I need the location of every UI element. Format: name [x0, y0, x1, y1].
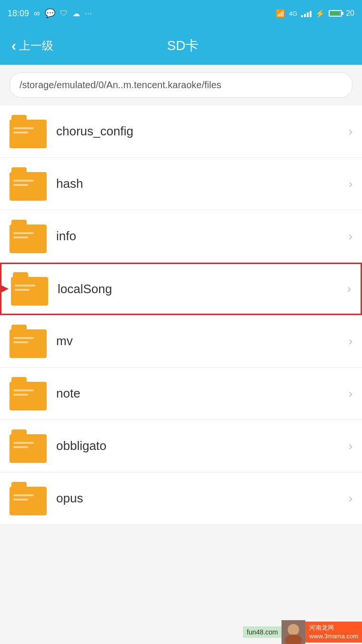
folder-line	[13, 180, 34, 182]
folder-lines	[13, 127, 43, 136]
charging-icon: ⚡	[315, 9, 325, 18]
folder-line	[13, 446, 28, 448]
folder-line	[13, 499, 28, 501]
status-right: 📶 4G ⚡ 20	[276, 9, 354, 18]
file-name: mv	[56, 334, 349, 348]
dots-icon: ···	[85, 9, 92, 19]
folder-lines	[13, 337, 43, 346]
chevron-right-icon: ›	[349, 335, 352, 348]
folder-icon	[10, 167, 47, 201]
folder-line	[13, 127, 34, 129]
signal-bar-3	[307, 12, 309, 17]
watermark: fun48.com 河南龙网 www.3mama.com	[243, 620, 362, 644]
folder-lines	[13, 442, 43, 450]
folder-line	[13, 442, 34, 444]
status-left: 18:09 ∞ 💬 🛡 ☁ ···	[8, 8, 92, 19]
folder-icon	[10, 325, 47, 358]
status-bar: 18:09 ∞ 💬 🛡 ☁ ··· 📶 4G ⚡ 20	[0, 0, 362, 27]
folder-line	[15, 285, 35, 286]
battery-body	[329, 10, 342, 17]
red-arrow-annotation	[0, 279, 9, 298]
path-text: /storage/emulated/0/An..m.tencent.karaok…	[20, 80, 221, 90]
battery-level: 20	[346, 9, 354, 18]
folder-body	[11, 277, 48, 306]
svg-point-2	[285, 634, 302, 644]
signal-bars	[301, 10, 312, 17]
back-chevron-icon: ‹	[11, 39, 16, 53]
folder-line	[13, 232, 34, 234]
file-item-chorus-config[interactable]: chorus_config ›	[0, 105, 362, 158]
cloud-icon: ☁	[72, 9, 80, 18]
watermark-site1: fun48.com	[247, 628, 278, 636]
path-bar: /storage/emulated/0/An..m.tencent.karaok…	[10, 72, 352, 98]
file-item-note[interactable]: note ›	[0, 368, 362, 420]
file-name: hash	[56, 176, 349, 191]
chevron-right-icon: ›	[349, 230, 352, 243]
file-name: opus	[56, 491, 349, 506]
folder-line	[13, 494, 34, 496]
folder-lines	[13, 180, 43, 188]
battery-icon	[329, 10, 342, 17]
signal-bar-1	[301, 15, 303, 17]
folder-line	[13, 341, 28, 343]
svg-point-1	[288, 624, 299, 635]
nav-bar: ‹ 上一级 SD卡	[0, 27, 362, 65]
time-display: 18:09	[8, 9, 29, 19]
watermark-right-text: 河南龙网 www.3mama.com	[305, 622, 362, 643]
file-item-localsong[interactable]: localSong ›	[0, 263, 362, 315]
folder-icon	[11, 272, 48, 306]
file-list: chorus_config › hash ›	[0, 105, 362, 525]
chevron-right-icon: ›	[347, 282, 351, 296]
folder-body	[10, 329, 47, 358]
file-item-mv[interactable]: mv ›	[0, 315, 362, 368]
signal-4g-icon: 4G	[289, 10, 297, 17]
file-name: chorus_config	[56, 124, 349, 139]
nav-title: SD卡	[167, 37, 199, 55]
watermark-site2-line1: 河南龙网	[309, 624, 358, 632]
folder-body	[10, 434, 47, 463]
folder-body	[10, 382, 47, 410]
message-icon: 💬	[45, 8, 55, 19]
svg-marker-0	[0, 282, 9, 296]
battery-fill	[330, 11, 339, 15]
folder-lines	[13, 494, 43, 503]
chevron-right-icon: ›	[349, 387, 352, 400]
folder-icon	[10, 220, 47, 253]
chevron-right-icon: ›	[349, 177, 352, 191]
nav-back-button[interactable]: ‹ 上一级	[11, 38, 53, 53]
folder-icon	[10, 429, 47, 463]
chevron-right-icon: ›	[349, 125, 352, 138]
avatar-icon	[282, 620, 305, 644]
shield-icon: 🛡	[60, 9, 68, 18]
file-item-hash[interactable]: hash ›	[0, 158, 362, 210]
signal-bar-4	[310, 11, 312, 17]
watermark-avatar	[282, 620, 305, 644]
file-name: obbligato	[56, 439, 349, 453]
nav-back-label: 上一级	[19, 38, 53, 53]
infinity-icon: ∞	[34, 9, 40, 19]
folder-line	[13, 389, 34, 391]
file-name: note	[56, 386, 349, 401]
folder-body	[10, 172, 47, 201]
watermark-left-text: fun48.com	[243, 626, 282, 638]
folder-line	[13, 337, 34, 339]
signal-bar-2	[304, 14, 306, 17]
chevron-right-icon: ›	[349, 492, 352, 505]
wifi-icon: 📶	[276, 9, 285, 18]
file-name: localSong	[58, 282, 347, 296]
folder-line	[13, 132, 28, 133]
file-item-info[interactable]: info ›	[0, 210, 362, 263]
file-item-opus[interactable]: opus ›	[0, 472, 362, 525]
folder-body	[10, 225, 47, 253]
folder-line	[13, 394, 28, 396]
chevron-right-icon: ›	[349, 440, 352, 453]
folder-lines	[15, 285, 44, 293]
folder-lines	[13, 232, 43, 241]
watermark-site2-line2: www.3mama.com	[309, 632, 358, 641]
file-name: info	[56, 229, 349, 244]
folder-line	[15, 289, 30, 291]
folder-icon	[10, 377, 47, 410]
file-item-obbligato[interactable]: obbligato ›	[0, 420, 362, 472]
folder-lines	[13, 389, 43, 398]
folder-body	[10, 487, 47, 515]
